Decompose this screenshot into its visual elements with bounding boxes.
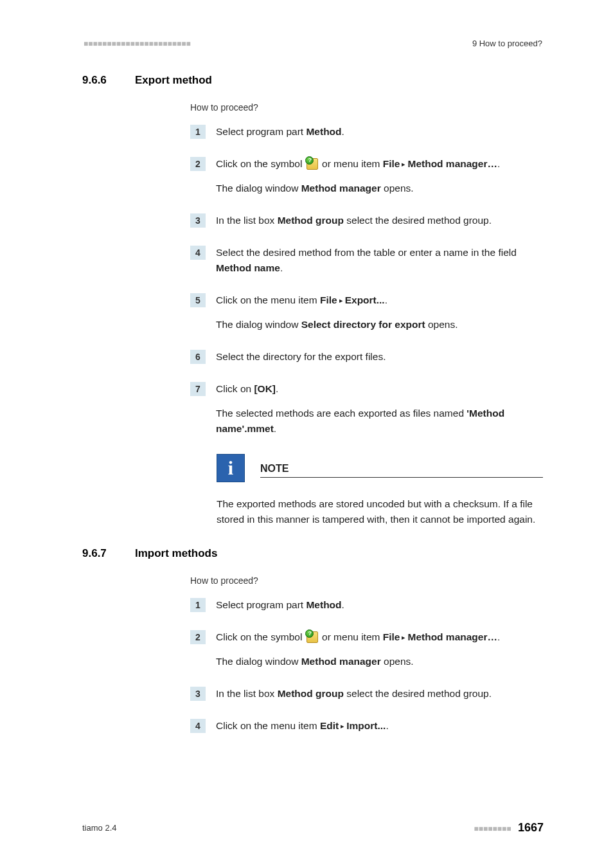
step-body: Click on the symbol or menu item File▸Me…: [216, 629, 500, 669]
step-paragraph: Select the desired method from the table…: [216, 245, 544, 276]
step-number: 4: [190, 719, 206, 733]
note-block: iNOTEThe exported methods are stored unc…: [216, 453, 544, 528]
step-body: Select program part Method.: [216, 597, 344, 613]
step-paragraph: The dialog window Method manager opens.: [216, 654, 500, 669]
section-number: 9.6.7: [82, 547, 135, 560]
steps-list: 1Select program part Method.2Click on th…: [190, 124, 544, 437]
step-paragraph: Click on the symbol or menu item File▸Me…: [216, 629, 500, 645]
note-head: iNOTE: [217, 454, 543, 482]
step-number: 6: [190, 350, 206, 364]
section-title: Export method: [135, 74, 212, 87]
step-body: In the list box Method group select the …: [216, 686, 492, 701]
step: 7Click on [OK].The selected methods are …: [190, 381, 544, 437]
step-body: Select the directory for the export file…: [216, 349, 386, 365]
note-title: NOTE: [260, 463, 543, 478]
section-intro: How to proceed?: [190, 575, 544, 586]
submenu-arrow-icon: ▸: [402, 632, 405, 643]
note-title-wrap: NOTE: [260, 459, 543, 478]
section-heading-import: 9.6.7Import methods: [0, 547, 613, 560]
step: 1Select program part Method.: [190, 597, 544, 613]
submenu-arrow-icon: ▸: [402, 159, 405, 170]
step-number: 3: [190, 213, 206, 228]
page-number: 1667: [518, 821, 544, 834]
step-paragraph: The dialog window Select directory for e…: [216, 317, 458, 332]
method-manager-icon: [306, 631, 318, 643]
step-paragraph: In the list box Method group select the …: [216, 213, 492, 228]
step-number: 1: [190, 598, 206, 612]
step-paragraph: In the list box Method group select the …: [216, 686, 492, 701]
step-number: 3: [190, 687, 206, 701]
step-body: Click on the menu item File▸Export....Th…: [216, 293, 458, 332]
step-body: Select program part Method.: [216, 124, 344, 140]
step-body: Click on the symbol or menu item File▸Me…: [216, 156, 500, 196]
step-number: 7: [190, 382, 206, 396]
step-body: Click on [OK].The selected methods are e…: [216, 381, 544, 437]
step: 4Select the desired method from the tabl…: [190, 245, 544, 276]
page: ■■■■■■■■■■■■■■■■■■■■■■■ 9 How to proceed…: [0, 0, 613, 868]
step-paragraph: The dialog window Method manager opens.: [216, 181, 500, 196]
step-number: 2: [190, 157, 206, 171]
step-paragraph: Click on the symbol or menu item File▸Me…: [216, 156, 500, 172]
header-dots: ■■■■■■■■■■■■■■■■■■■■■■■: [84, 39, 191, 48]
section-title: Import methods: [135, 547, 217, 560]
note-text: The exported methods are stored uncoded …: [217, 496, 543, 527]
header-bar: ■■■■■■■■■■■■■■■■■■■■■■■ 9 How to proceed…: [0, 39, 613, 48]
footer-product: tiamo 2.4: [82, 823, 116, 833]
footer-right-wrap: ■■■■■■■■ 1667: [474, 821, 544, 835]
method-manager-icon: [306, 158, 318, 170]
step: 3In the list box Method group select the…: [190, 686, 544, 701]
section-intro: How to proceed?: [190, 102, 544, 113]
step-number: 5: [190, 293, 206, 307]
submenu-arrow-icon: ▸: [341, 721, 344, 732]
step-paragraph: Select program part Method.: [216, 124, 344, 140]
step-number: 1: [190, 125, 206, 139]
step: 4Click on the menu item Edit▸Import....: [190, 718, 544, 734]
step-paragraph: The selected methods are each exported a…: [216, 406, 544, 437]
section-number: 9.6.6: [82, 74, 135, 87]
footer-dots: ■■■■■■■■: [474, 824, 511, 833]
header-right: 9 How to proceed?: [472, 39, 542, 48]
step: 3In the list box Method group select the…: [190, 213, 544, 228]
steps-list: 1Select program part Method.2Click on th…: [190, 597, 544, 734]
step-number: 4: [190, 246, 206, 260]
info-icon: i: [217, 454, 245, 482]
step: 1Select program part Method.: [190, 124, 544, 140]
step-paragraph: Select the directory for the export file…: [216, 349, 386, 365]
sections-container: 9.6.6Export methodHow to proceed?1Select…: [0, 74, 613, 734]
step: 5Click on the menu item File▸Export....T…: [190, 293, 544, 332]
step: 2Click on the symbol or menu item File▸M…: [190, 629, 544, 669]
footer: tiamo 2.4 ■■■■■■■■ 1667: [0, 821, 613, 835]
step-paragraph: Select program part Method.: [216, 597, 344, 613]
step: 6Select the directory for the export fil…: [190, 349, 544, 365]
step: 2Click on the symbol or menu item File▸M…: [190, 156, 544, 196]
step-number: 2: [190, 630, 206, 644]
step-body: Click on the menu item Edit▸Import....: [216, 718, 389, 734]
step-paragraph: Click on the menu item File▸Export....: [216, 293, 458, 308]
step-paragraph: Click on [OK].: [216, 381, 544, 397]
step-paragraph: Click on the menu item Edit▸Import....: [216, 718, 389, 734]
submenu-arrow-icon: ▸: [339, 295, 343, 306]
section-heading-export: 9.6.6Export method: [0, 74, 613, 87]
step-body: Select the desired method from the table…: [216, 245, 544, 276]
step-body: In the list box Method group select the …: [216, 213, 492, 228]
